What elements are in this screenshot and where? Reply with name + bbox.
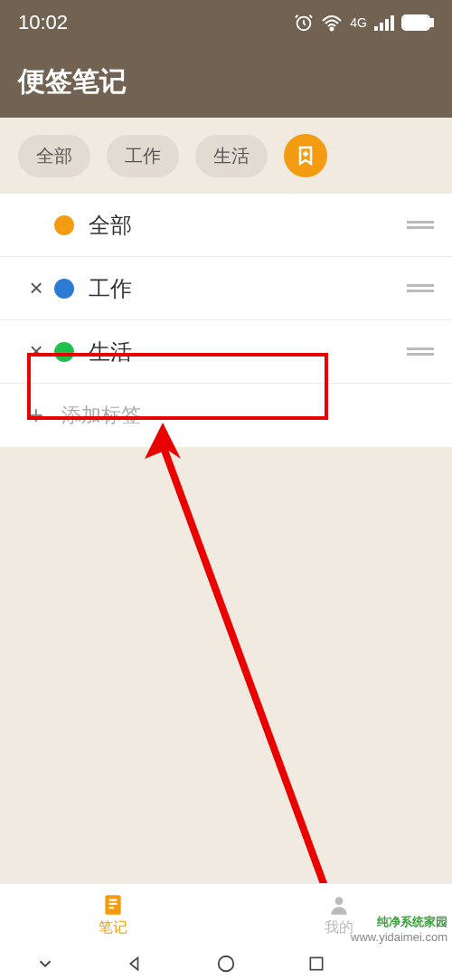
tag-row-life[interactable]: × 生活 <box>0 320 452 384</box>
plus-icon: + <box>18 401 54 430</box>
drag-handle-icon[interactable] <box>407 284 434 292</box>
status-time: 10:02 <box>18 11 68 34</box>
delete-tag-button[interactable]: × <box>18 338 54 366</box>
add-filter-button[interactable] <box>284 134 327 177</box>
recents-icon[interactable] <box>307 955 325 973</box>
svg-rect-7 <box>431 19 434 26</box>
tag-row-work[interactable]: × 工作 <box>0 257 452 320</box>
back-icon[interactable] <box>127 955 145 973</box>
tag-label: 生活 <box>89 338 407 366</box>
annotation-arrow <box>136 418 344 907</box>
status-icons: 4G <box>294 13 434 33</box>
page-title: 便签笔记 <box>18 63 127 100</box>
svg-rect-8 <box>404 17 428 28</box>
filter-chip-life[interactable]: 生活 <box>195 135 268 177</box>
chevron-down-icon[interactable] <box>35 954 55 974</box>
svg-rect-4 <box>385 19 389 31</box>
tag-list: 全部 × 工作 × 生活 + 添加标签 <box>0 194 452 447</box>
header: 便签笔记 <box>0 45 452 118</box>
svg-rect-5 <box>391 15 394 31</box>
notes-icon <box>101 893 125 917</box>
add-tag-row[interactable]: + 添加标签 <box>0 384 452 447</box>
battery-icon <box>401 14 434 31</box>
nav-notes[interactable]: 笔记 <box>0 884 226 947</box>
svg-rect-2 <box>374 26 378 31</box>
svg-point-12 <box>219 956 234 971</box>
add-tag-placeholder: 添加标签 <box>61 402 141 429</box>
person-icon <box>327 893 351 917</box>
watermark: 纯净系统家园 www.yidaimei.com <box>351 914 447 944</box>
filter-chip-work[interactable]: 工作 <box>107 135 179 177</box>
tag-row-all[interactable]: 全部 <box>0 194 452 257</box>
color-dot <box>54 342 74 362</box>
drag-handle-icon[interactable] <box>407 347 434 356</box>
watermark-url: www.yidaimei.com <box>351 930 447 944</box>
tag-label: 工作 <box>89 274 407 303</box>
network-label: 4G <box>350 15 367 30</box>
bookmark-plus-icon <box>295 145 316 167</box>
svg-point-11 <box>335 897 344 905</box>
tag-label: 全部 <box>89 211 407 240</box>
filter-row: 全部 工作 生活 <box>0 118 452 194</box>
home-icon[interactable] <box>216 954 236 974</box>
drag-handle-icon[interactable] <box>407 221 434 229</box>
svg-point-1 <box>331 28 334 31</box>
status-bar: 10:02 4G <box>0 0 452 45</box>
android-nav-bar <box>0 947 452 980</box>
delete-tag-button[interactable]: × <box>18 274 54 302</box>
watermark-brand: 纯净系统家园 <box>351 914 447 930</box>
nav-mine-label: 我的 <box>325 918 353 937</box>
signal-icon <box>374 14 394 31</box>
filter-chip-all[interactable]: 全部 <box>18 135 90 177</box>
alarm-icon <box>294 13 314 33</box>
color-dot <box>54 279 74 299</box>
nav-notes-label: 笔记 <box>99 918 127 937</box>
wifi-icon <box>321 14 343 32</box>
svg-rect-13 <box>310 957 322 969</box>
svg-rect-3 <box>380 23 383 31</box>
color-dot <box>54 215 74 235</box>
